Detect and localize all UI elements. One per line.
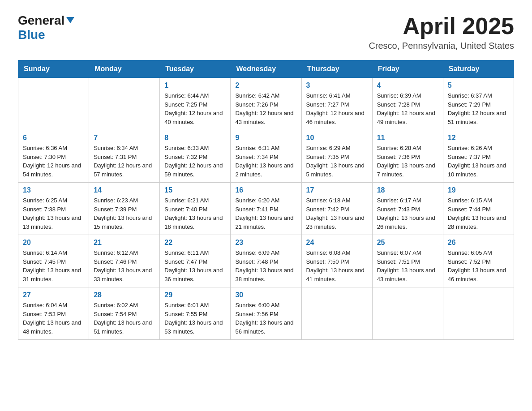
sunset-text: Sunset: 7:43 PM xyxy=(377,205,438,214)
day-number: 25 xyxy=(377,239,438,247)
daylight-text: Daylight: 12 hours and 43 minutes. xyxy=(235,109,296,126)
day-info: Sunrise: 6:12 AMSunset: 7:46 PMDaylight:… xyxy=(94,248,155,283)
sunset-text: Sunset: 7:27 PM xyxy=(306,100,368,109)
sunset-text: Sunset: 7:26 PM xyxy=(235,100,296,109)
daylight-text: Daylight: 12 hours and 54 minutes. xyxy=(23,161,84,179)
day-info: Sunrise: 6:04 AMSunset: 7:53 PMDaylight:… xyxy=(23,301,84,336)
calendar-cell: 27Sunrise: 6:04 AMSunset: 7:53 PMDayligh… xyxy=(18,287,89,340)
sunrise-text: Sunrise: 6:37 AM xyxy=(448,91,509,100)
sunset-text: Sunset: 7:46 PM xyxy=(94,257,155,266)
day-info: Sunrise: 6:18 AMSunset: 7:42 PMDaylight:… xyxy=(306,196,368,231)
day-info: Sunrise: 6:11 AMSunset: 7:47 PMDaylight:… xyxy=(164,248,226,283)
day-number: 4 xyxy=(377,81,438,90)
sunrise-text: Sunrise: 6:26 AM xyxy=(448,144,509,153)
sunrise-text: Sunrise: 6:44 AM xyxy=(164,91,226,100)
sunset-text: Sunset: 7:40 PM xyxy=(164,205,226,214)
day-number: 27 xyxy=(23,291,84,299)
day-number: 9 xyxy=(235,134,296,142)
calendar-week-row: 6Sunrise: 6:36 AMSunset: 7:30 PMDaylight… xyxy=(18,130,514,183)
calendar-cell: 3Sunrise: 6:41 AMSunset: 7:27 PMDaylight… xyxy=(301,78,372,130)
calendar-cell: 12Sunrise: 6:26 AMSunset: 7:37 PMDayligh… xyxy=(443,130,514,183)
daylight-text: Daylight: 13 hours and 28 minutes. xyxy=(448,214,509,231)
sunset-text: Sunset: 7:25 PM xyxy=(164,100,226,109)
day-number: 11 xyxy=(377,134,438,142)
daylight-text: Daylight: 13 hours and 56 minutes. xyxy=(235,318,296,336)
calendar-cell: 22Sunrise: 6:11 AMSunset: 7:47 PMDayligh… xyxy=(160,235,231,287)
sunrise-text: Sunrise: 6:07 AM xyxy=(377,248,438,257)
sunset-text: Sunset: 7:30 PM xyxy=(23,153,84,162)
daylight-text: Daylight: 13 hours and 18 minutes. xyxy=(164,214,226,231)
day-info: Sunrise: 6:33 AMSunset: 7:32 PMDaylight:… xyxy=(164,144,226,179)
calendar-header-wednesday: Wednesday xyxy=(231,60,301,78)
calendar-header-thursday: Thursday xyxy=(301,60,372,78)
sunrise-text: Sunrise: 6:23 AM xyxy=(94,196,155,205)
calendar-cell: 24Sunrise: 6:08 AMSunset: 7:50 PMDayligh… xyxy=(301,235,372,287)
logo-blue-text: Blue xyxy=(18,28,45,42)
sunset-text: Sunset: 7:55 PM xyxy=(164,310,226,319)
day-number: 5 xyxy=(448,81,509,90)
day-info: Sunrise: 6:05 AMSunset: 7:52 PMDaylight:… xyxy=(448,248,509,283)
daylight-text: Daylight: 12 hours and 49 minutes. xyxy=(377,109,438,126)
sunrise-text: Sunrise: 6:11 AM xyxy=(164,248,226,257)
calendar-header-saturday: Saturday xyxy=(443,60,514,78)
calendar-header-row: SundayMondayTuesdayWednesdayThursdayFrid… xyxy=(18,60,514,78)
sunrise-text: Sunrise: 6:02 AM xyxy=(94,301,155,310)
day-number: 18 xyxy=(377,186,438,194)
sunrise-text: Sunrise: 6:05 AM xyxy=(448,248,509,257)
day-number: 10 xyxy=(306,134,368,142)
calendar-cell: 4Sunrise: 6:39 AMSunset: 7:28 PMDaylight… xyxy=(372,78,443,130)
sunset-text: Sunset: 7:56 PM xyxy=(235,310,296,319)
day-number: 6 xyxy=(23,134,84,142)
day-info: Sunrise: 6:23 AMSunset: 7:39 PMDaylight:… xyxy=(94,196,155,231)
sunset-text: Sunset: 7:35 PM xyxy=(306,153,368,162)
daylight-text: Daylight: 13 hours and 13 minutes. xyxy=(23,214,84,231)
calendar-week-row: 1Sunrise: 6:44 AMSunset: 7:25 PMDaylight… xyxy=(18,78,514,130)
sunrise-text: Sunrise: 6:20 AM xyxy=(235,196,296,205)
day-info: Sunrise: 6:07 AMSunset: 7:51 PMDaylight:… xyxy=(377,248,438,283)
calendar-week-row: 13Sunrise: 6:25 AMSunset: 7:38 PMDayligh… xyxy=(18,183,514,235)
calendar-table: SundayMondayTuesdayWednesdayThursdayFrid… xyxy=(18,60,514,340)
day-number: 20 xyxy=(23,239,84,247)
daylight-text: Daylight: 13 hours and 41 minutes. xyxy=(306,266,368,283)
sunrise-text: Sunrise: 6:31 AM xyxy=(235,144,296,153)
day-info: Sunrise: 6:21 AMSunset: 7:40 PMDaylight:… xyxy=(164,196,226,231)
calendar-cell: 13Sunrise: 6:25 AMSunset: 7:38 PMDayligh… xyxy=(18,183,89,235)
day-number: 12 xyxy=(448,134,509,142)
sunset-text: Sunset: 7:41 PM xyxy=(235,205,296,214)
sunrise-text: Sunrise: 6:25 AM xyxy=(23,196,84,205)
daylight-text: Daylight: 13 hours and 5 minutes. xyxy=(306,161,368,179)
calendar-cell: 5Sunrise: 6:37 AMSunset: 7:29 PMDaylight… xyxy=(443,78,514,130)
calendar-header-sunday: Sunday xyxy=(18,60,89,78)
sunset-text: Sunset: 7:31 PM xyxy=(94,153,155,162)
sunset-text: Sunset: 7:54 PM xyxy=(94,310,155,319)
day-info: Sunrise: 6:39 AMSunset: 7:28 PMDaylight:… xyxy=(377,91,438,126)
sunset-text: Sunset: 7:37 PM xyxy=(448,153,509,162)
sunset-text: Sunset: 7:34 PM xyxy=(235,153,296,162)
calendar-header-friday: Friday xyxy=(372,60,443,78)
day-number: 29 xyxy=(164,291,226,299)
calendar-cell: 29Sunrise: 6:01 AMSunset: 7:55 PMDayligh… xyxy=(160,287,231,340)
daylight-text: Daylight: 13 hours and 10 minutes. xyxy=(448,161,509,179)
calendar-cell: 14Sunrise: 6:23 AMSunset: 7:39 PMDayligh… xyxy=(89,183,160,235)
daylight-text: Daylight: 13 hours and 23 minutes. xyxy=(306,214,368,231)
calendar-cell: 23Sunrise: 6:09 AMSunset: 7:48 PMDayligh… xyxy=(231,235,301,287)
daylight-text: Daylight: 13 hours and 51 minutes. xyxy=(94,318,155,336)
sunset-text: Sunset: 7:38 PM xyxy=(23,205,84,214)
sunset-text: Sunset: 7:51 PM xyxy=(377,257,438,266)
day-number: 24 xyxy=(306,239,368,247)
day-info: Sunrise: 6:34 AMSunset: 7:31 PMDaylight:… xyxy=(94,144,155,179)
svg-marker-0 xyxy=(66,17,74,23)
sunset-text: Sunset: 7:50 PM xyxy=(306,257,368,266)
day-number: 15 xyxy=(164,186,226,194)
sunrise-text: Sunrise: 6:04 AM xyxy=(23,301,84,310)
calendar-cell: 21Sunrise: 6:12 AMSunset: 7:46 PMDayligh… xyxy=(89,235,160,287)
day-number: 17 xyxy=(306,186,368,194)
day-number: 23 xyxy=(235,239,296,247)
month-title: April 2025 xyxy=(369,13,514,39)
sunrise-text: Sunrise: 6:15 AM xyxy=(448,196,509,205)
daylight-text: Daylight: 13 hours and 21 minutes. xyxy=(235,214,296,231)
page-header: General Blue April 2025 Cresco, Pennsylv… xyxy=(18,13,514,51)
sunrise-text: Sunrise: 6:08 AM xyxy=(306,248,368,257)
sunrise-text: Sunrise: 6:41 AM xyxy=(306,91,368,100)
calendar-cell: 20Sunrise: 6:14 AMSunset: 7:45 PMDayligh… xyxy=(18,235,89,287)
